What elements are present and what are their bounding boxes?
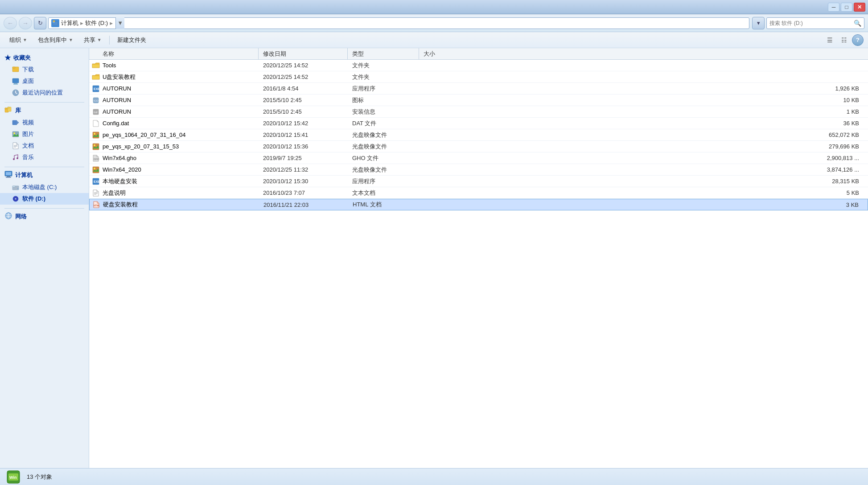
file-icon-folder <box>92 73 100 81</box>
svg-text:ICO: ICO <box>94 99 99 102</box>
file-row[interactable]: pe_yqs_xp_20_07_31_15_53 2020/10/12 15:3… <box>89 141 868 152</box>
file-name: pe_yqs_xp_20_07_31_15_53 <box>103 143 179 150</box>
forward-button[interactable]: → <box>19 17 32 29</box>
file-row[interactable]: GHO Win7x64.gho 2019/9/7 19:25 GHO 文件 2,… <box>89 152 868 164</box>
back-button[interactable]: ← <box>4 17 17 29</box>
view-toggle-button[interactable]: ☷ <box>838 34 850 46</box>
file-icon-folder <box>92 62 100 70</box>
file-cell-size: 5 KB <box>419 189 868 196</box>
drive-d-icon <box>12 195 20 202</box>
pictures-label: 图片 <box>22 130 34 138</box>
svg-rect-7 <box>13 84 18 85</box>
recent-label: 最近访问的位置 <box>22 89 63 97</box>
refresh-button[interactable]: ↻ <box>34 17 46 29</box>
file-row[interactable]: INF AUTORUN 2015/5/10 2:45 安装信息 1 KB <box>89 106 868 118</box>
drive-d-label: 软件 (D:) <box>22 195 45 203</box>
sidebar-header-computer[interactable]: 计算机 <box>0 169 89 181</box>
sidebar-header-libraries[interactable]: 库 <box>0 104 89 117</box>
breadcrumb-drive[interactable]: 软件 (D:) <box>85 19 108 27</box>
address-bar: 计算机 ► 软件 (D:) ► ▼ <box>48 17 749 29</box>
file-name: AUTORUN <box>103 97 131 103</box>
sidebar-item-documents[interactable]: 文档 <box>0 140 89 152</box>
file-cell-type: 文件夹 <box>348 73 419 81</box>
status-bar: Win 13 个对象 <box>0 468 868 485</box>
svg-point-21 <box>13 158 15 160</box>
drive-c-icon <box>12 184 20 191</box>
file-name: Win7x64.gho <box>103 155 136 161</box>
file-cell-date: 2020/12/25 11:32 <box>259 166 348 173</box>
file-cell-date: 2019/9/7 19:25 <box>259 155 348 161</box>
organize-label: 组织 <box>9 36 21 44</box>
toolbar-separator <box>109 36 110 45</box>
file-cell-date: 2015/5/10 2:45 <box>259 97 348 103</box>
sidebar-header-network[interactable]: 网络 <box>0 210 89 223</box>
sidebar-section-favorites: ★ 收藏夹 下载 <box>0 52 89 99</box>
close-button[interactable]: ✕ <box>854 3 865 12</box>
recent-locations-button[interactable]: ▾ <box>752 17 765 29</box>
file-cell-date: 2020/12/25 14:52 <box>259 62 348 69</box>
new-folder-button[interactable]: 新建文件夹 <box>112 34 151 46</box>
sidebar-item-drive-c[interactable]: 本地磁盘 (C:) <box>0 181 89 193</box>
column-date[interactable]: 修改日期 <box>259 48 348 59</box>
maximize-button[interactable]: □ <box>841 3 852 12</box>
sidebar-item-video[interactable]: 视频 <box>0 117 89 128</box>
column-name[interactable]: 名称 <box>89 48 259 59</box>
address-dropdown[interactable]: ▼ <box>115 17 124 29</box>
sidebar-item-recent[interactable]: 最近访问的位置 <box>0 87 89 99</box>
file-row[interactable]: Tools 2020/12/25 14:52 文件夹 <box>89 60 868 71</box>
libraries-label: 库 <box>15 107 21 115</box>
breadcrumb-arrow-1: ► <box>79 21 84 26</box>
file-icon-gho: GHO <box>92 154 100 162</box>
svg-rect-5 <box>12 78 19 83</box>
view-options-button[interactable]: ☰ <box>823 34 836 46</box>
favorites-label: 收藏夹 <box>13 54 31 62</box>
file-row[interactable]: HTML 硬盘安装教程 2016/11/21 22:03 HTML 文档 3 K… <box>89 199 868 210</box>
sidebar-section-libraries: 库 视频 图片 <box>0 104 89 163</box>
sidebar-section-computer: 计算机 本地磁盘 (C:) <box>0 169 89 205</box>
file-cell-name: ICO AUTORUN <box>89 96 259 104</box>
svg-point-45 <box>94 133 95 135</box>
organize-button[interactable]: 组织 ▼ <box>4 34 32 46</box>
svg-text:INF: INF <box>94 111 98 114</box>
sidebar-header-favorites[interactable]: ★ 收藏夹 <box>0 52 89 64</box>
svg-rect-26 <box>6 177 11 178</box>
share-label: 共享 <box>84 36 95 44</box>
file-cell-date: 2015/5/10 2:45 <box>259 108 348 115</box>
column-size[interactable]: 大小 <box>419 48 868 59</box>
search-input[interactable] <box>769 20 852 26</box>
share-button[interactable]: 共享 ▼ <box>79 34 107 46</box>
sidebar-item-pictures[interactable]: 图片 <box>0 128 89 140</box>
sidebar-item-music[interactable]: 音乐 <box>0 152 89 163</box>
file-row[interactable]: U盘安装教程 2020/12/25 14:52 文件夹 <box>89 71 868 83</box>
downloads-icon <box>12 66 20 73</box>
sidebar-item-downloads[interactable]: 下载 <box>0 64 89 75</box>
documents-icon <box>12 142 20 149</box>
downloads-label: 下载 <box>22 66 34 74</box>
svg-rect-28 <box>12 186 15 187</box>
file-row[interactable]: EXE 本地硬盘安装 2020/10/12 15:30 应用程序 28,315 … <box>89 176 868 187</box>
sidebar: ★ 收藏夹 下载 <box>0 48 89 468</box>
sidebar-item-desktop[interactable]: 桌面 <box>0 75 89 87</box>
file-cell-name: pe_yqs_xp_20_07_31_15_53 <box>89 143 259 151</box>
file-row[interactable]: Config.dat 2020/10/12 15:42 DAT 文件 36 KB <box>89 118 868 129</box>
search-icon[interactable]: 🔍 <box>854 20 861 27</box>
toolbar: 组织 ▼ 包含到库中 ▼ 共享 ▼ 新建文件夹 ☰ ☷ ? <box>0 32 868 48</box>
svg-text:Win: Win <box>9 475 16 480</box>
file-icon-txt <box>92 189 100 197</box>
minimize-button[interactable]: ─ <box>828 3 839 12</box>
file-row[interactable]: ICO AUTORUN 2015/5/10 2:45 图标 10 KB <box>89 95 868 106</box>
svg-point-47 <box>94 144 95 146</box>
file-name: pe_yqs_1064_20_07_31_16_04 <box>103 132 186 138</box>
help-button[interactable]: ? <box>852 34 864 46</box>
include-button[interactable]: 包含到库中 ▼ <box>33 34 78 46</box>
file-row[interactable]: pe_yqs_1064_20_07_31_16_04 2020/10/12 15… <box>89 129 868 141</box>
file-row[interactable]: Win7x64_2020 2020/12/25 11:32 光盘映像文件 3,8… <box>89 164 868 176</box>
file-row[interactable]: 光盘说明 2016/10/23 7:07 文本文档 5 KB <box>89 187 868 199</box>
file-row[interactable]: EXE AUTORUN 2016/1/8 4:54 应用程序 1,926 KB <box>89 83 868 95</box>
divider-1 <box>4 102 84 103</box>
sidebar-item-drive-d[interactable]: 软件 (D:) <box>0 193 89 205</box>
column-type[interactable]: 类型 <box>348 48 419 59</box>
breadcrumb-computer[interactable]: 计算机 <box>61 19 78 27</box>
file-cell-type: 应用程序 <box>348 85 419 93</box>
file-name: Tools <box>103 62 116 69</box>
